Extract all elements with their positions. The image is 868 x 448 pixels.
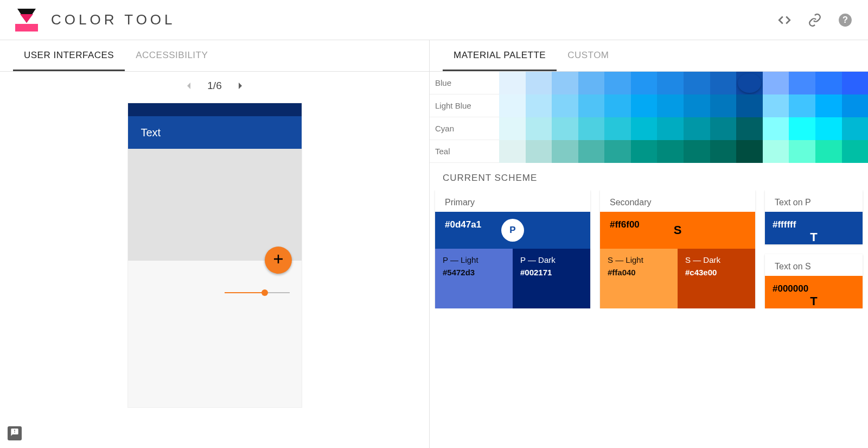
feedback-icon: [10, 428, 19, 439]
primary-light-swatch[interactable]: P — Light #5472d3: [435, 249, 513, 308]
palette-swatch[interactable]: [763, 140, 789, 163]
feedback-button[interactable]: [8, 426, 22, 440]
palette-swatch[interactable]: [789, 94, 815, 117]
primary-hex: #0d47a1: [445, 219, 481, 230]
palette-swatch[interactable]: [710, 72, 737, 94]
palette-swatch[interactable]: [684, 94, 710, 117]
svg-text:?: ?: [843, 15, 848, 24]
palette-swatch[interactable]: [657, 117, 684, 140]
tab-material-palette[interactable]: MATERIAL PALETTE: [443, 40, 557, 71]
palette-swatch[interactable]: [789, 117, 815, 140]
palette-swatch[interactable]: [842, 140, 868, 163]
tab-accessibility[interactable]: ACCESSIBILITY: [125, 40, 219, 71]
current-scheme-title: CURRENT SCHEME: [430, 163, 868, 190]
palette-swatch[interactable]: [552, 94, 578, 117]
palette-swatch[interactable]: [631, 94, 658, 117]
palette-swatch[interactable]: [499, 140, 526, 163]
palette-swatch[interactable]: [815, 72, 842, 94]
card-label: Text on P: [765, 190, 863, 212]
palette-swatch[interactable]: [604, 140, 631, 163]
palette-swatch[interactable]: [657, 140, 684, 163]
primary-dark-swatch[interactable]: P — Dark #002171: [513, 249, 590, 308]
palette-swatch[interactable]: [710, 94, 737, 117]
preview-appbar-title: Text: [141, 127, 161, 139]
palette-swatch[interactable]: [763, 94, 789, 117]
code-icon[interactable]: [777, 12, 792, 28]
preview-slider[interactable]: [225, 292, 290, 293]
palette-swatch[interactable]: [499, 72, 526, 94]
palette-swatch[interactable]: [815, 117, 842, 140]
palette-swatch[interactable]: [657, 72, 684, 94]
palette-swatch[interactable]: [526, 94, 552, 117]
svg-rect-0: [15, 24, 38, 31]
palette-row-label: Cyan: [430, 117, 499, 140]
palette-swatch[interactable]: [552, 140, 578, 163]
scheme-card-text-on-s[interactable]: Text on S #000000 T: [765, 254, 863, 308]
secondary-light-swatch[interactable]: S — Light #ffa040: [600, 249, 678, 308]
scheme-card-secondary[interactable]: Secondary #ff6f00 S S — Light #ffa040 S …: [600, 190, 755, 308]
palette-area: BlueLight BlueCyanTeal: [430, 72, 868, 163]
palette-swatch[interactable]: [842, 117, 868, 140]
palette-swatch[interactable]: [842, 72, 868, 94]
palette-row-label: Teal: [430, 140, 499, 163]
palette-swatch[interactable]: [631, 117, 658, 140]
palette-swatch[interactable]: [526, 140, 552, 163]
palette-swatch[interactable]: [684, 72, 710, 94]
palette-swatch[interactable]: [710, 117, 737, 140]
help-icon[interactable]: ?: [838, 12, 853, 28]
preview-fab[interactable]: [265, 247, 292, 274]
palette-swatch[interactable]: [789, 72, 815, 94]
card-label: Primary: [435, 190, 590, 212]
palette-swatch[interactable]: [604, 117, 631, 140]
palette-swatch[interactable]: [710, 140, 737, 163]
device-preview: Text: [128, 103, 302, 407]
palette-swatch[interactable]: [736, 117, 763, 140]
palette-swatch[interactable]: [815, 94, 842, 117]
svg-marker-2: [20, 14, 33, 23]
scheme-card-text-on-p[interactable]: Text on P #ffffff T: [765, 190, 863, 244]
palette-swatch[interactable]: [604, 94, 631, 117]
secondary-hex: #ff6f00: [610, 219, 640, 230]
tab-user-interfaces[interactable]: USER INTERFACES: [13, 40, 125, 71]
preview-status-bar: [128, 103, 302, 116]
app-logo: [15, 9, 38, 31]
palette-swatch[interactable]: [631, 140, 658, 163]
palette-swatch[interactable]: [604, 72, 631, 94]
palette-row-label: Light Blue: [430, 94, 499, 117]
palette-swatch[interactable]: [578, 140, 605, 163]
palette-swatch[interactable]: [684, 117, 710, 140]
palette-swatch[interactable]: [842, 94, 868, 117]
palette-swatch[interactable]: [578, 94, 605, 117]
text-on-s-hex: #000000: [765, 276, 863, 294]
app-header: COLOR TOOL ?: [0, 0, 868, 40]
scheme-card-primary[interactable]: Primary #0d47a1 P P — Light #5472d3 P — …: [435, 190, 590, 308]
palette-swatch[interactable]: [499, 117, 526, 140]
palette-swatch[interactable]: [736, 94, 763, 117]
palette-swatch[interactable]: [736, 72, 763, 94]
left-tabs: USER INTERFACES ACCESSIBILITY: [0, 40, 429, 72]
palette-swatch[interactable]: [763, 117, 789, 140]
palette-swatch[interactable]: [499, 94, 526, 117]
slider-thumb[interactable]: [261, 289, 268, 296]
pager-next-icon[interactable]: [234, 79, 247, 92]
palette-swatch[interactable]: [578, 72, 605, 94]
tab-custom[interactable]: CUSTOM: [557, 40, 620, 71]
link-icon[interactable]: [807, 12, 822, 28]
secondary-badge: S: [674, 223, 682, 237]
palette-swatch[interactable]: [578, 117, 605, 140]
palette-swatch[interactable]: [684, 140, 710, 163]
palette-swatch[interactable]: [526, 72, 552, 94]
palette-swatch[interactable]: [657, 94, 684, 117]
preview-app-bar: Text: [128, 116, 302, 149]
pager-prev-icon[interactable]: [182, 79, 195, 92]
palette-swatch[interactable]: [631, 72, 658, 94]
palette-swatch[interactable]: [763, 72, 789, 94]
secondary-dark-swatch[interactable]: S — Dark #c43e00: [678, 249, 755, 308]
palette-swatch[interactable]: [552, 72, 578, 94]
palette-swatch[interactable]: [789, 140, 815, 163]
palette-swatch[interactable]: [815, 140, 842, 163]
palette-swatch[interactable]: [552, 117, 578, 140]
app-title: COLOR TOOL: [51, 11, 176, 28]
palette-swatch[interactable]: [526, 117, 552, 140]
palette-swatch[interactable]: [736, 140, 763, 163]
